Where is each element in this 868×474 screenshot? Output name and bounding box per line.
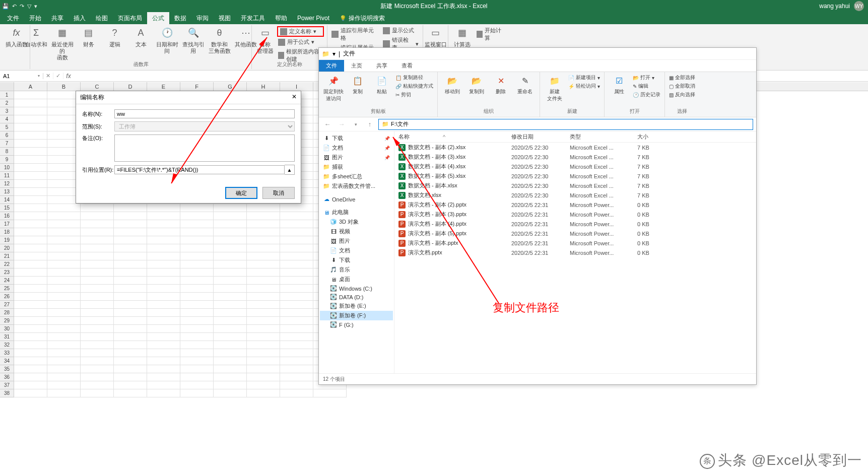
undo-icon[interactable]: ↶	[12, 3, 17, 10]
cell[interactable]	[280, 357, 313, 365]
row-header[interactable]: 11	[0, 172, 14, 180]
cell[interactable]	[47, 325, 81, 333]
cell[interactable]	[47, 285, 81, 293]
cell[interactable]	[14, 389, 47, 397]
cell[interactable]	[180, 285, 214, 293]
list-item[interactable]: X数据文档 - 副本.xlsx2020/2/5 22:30Microsoft E…	[394, 181, 756, 190]
cell[interactable]	[47, 317, 81, 325]
row-header[interactable]: 25	[0, 285, 14, 293]
cell[interactable]	[14, 180, 47, 188]
row-header[interactable]: 26	[0, 293, 14, 301]
cell[interactable]	[180, 381, 214, 389]
cell[interactable]	[280, 228, 313, 236]
cell[interactable]	[47, 373, 81, 381]
cell[interactable]	[280, 333, 313, 341]
row-header[interactable]: 7	[0, 140, 14, 148]
cell[interactable]	[14, 188, 47, 196]
cell[interactable]	[14, 123, 47, 131]
cell[interactable]	[47, 212, 81, 220]
recent-icon[interactable]: ▾	[350, 119, 361, 130]
text-button[interactable]: A文本	[129, 26, 153, 48]
cell[interactable]	[14, 228, 47, 236]
cell[interactable]	[81, 252, 114, 260]
cell[interactable]	[180, 325, 214, 333]
tab-公式[interactable]: 公式	[147, 12, 169, 25]
cell[interactable]	[214, 277, 247, 285]
financial-button[interactable]: ▤财务	[77, 26, 101, 48]
cell[interactable]	[247, 268, 280, 277]
cell[interactable]	[114, 389, 147, 397]
cell[interactable]	[81, 268, 114, 277]
cell[interactable]	[280, 309, 313, 317]
cell[interactable]	[81, 293, 114, 301]
cell[interactable]	[14, 252, 47, 260]
easy-access-button[interactable]: ⚡轻松访问 ▾	[568, 83, 600, 90]
cell[interactable]	[247, 220, 280, 228]
cell[interactable]	[114, 381, 147, 389]
list-item[interactable]: P演示文档 - 副本.pptx2020/2/5 22:31Microsoft P…	[394, 238, 756, 248]
enter-formula-icon[interactable]: ✓	[53, 73, 63, 79]
cell[interactable]	[247, 277, 280, 285]
cut-button[interactable]: ✂剪切	[395, 91, 433, 98]
copy-button[interactable]: 📋复制	[347, 74, 368, 95]
paste-button[interactable]: 📄粘贴	[371, 74, 392, 95]
col-header-A[interactable]: A	[14, 82, 47, 91]
cell[interactable]	[214, 301, 247, 309]
cell[interactable]	[214, 285, 247, 293]
row-header[interactable]: 27	[0, 301, 14, 309]
cell[interactable]	[247, 293, 280, 301]
cell[interactable]	[114, 268, 147, 277]
cell[interactable]	[47, 389, 81, 397]
cell[interactable]	[280, 365, 313, 373]
cell[interactable]	[247, 341, 280, 349]
cell[interactable]	[47, 333, 81, 341]
cell[interactable]	[81, 212, 114, 220]
cell[interactable]	[81, 349, 114, 357]
cell[interactable]	[47, 252, 81, 260]
col-header-D[interactable]: D	[114, 82, 147, 91]
cell[interactable]	[14, 325, 47, 333]
cell[interactable]	[280, 260, 313, 268]
cell[interactable]	[81, 325, 114, 333]
cell[interactable]	[180, 252, 214, 260]
row-header[interactable]: 13	[0, 188, 14, 196]
tell-me-search[interactable]: 操作说明搜索	[340, 14, 385, 23]
cell[interactable]	[114, 373, 147, 381]
row-header[interactable]: 9	[0, 156, 14, 164]
cell[interactable]	[81, 317, 114, 325]
cell[interactable]	[247, 260, 280, 268]
tab-绘图[interactable]: 绘图	[91, 12, 113, 25]
cell[interactable]	[81, 389, 114, 397]
cell[interactable]	[14, 293, 47, 301]
cell[interactable]	[81, 357, 114, 365]
row-header[interactable]: 22	[0, 260, 14, 268]
col-header-E[interactable]: E	[147, 82, 180, 91]
cell[interactable]	[14, 268, 47, 277]
explorer-tab-查看[interactable]: 查看	[394, 60, 420, 72]
cell[interactable]	[14, 99, 47, 107]
row-header[interactable]: 38	[0, 389, 14, 397]
watch-window-button[interactable]: ▭监视窗口	[424, 26, 448, 48]
tree-item[interactable]: 💽新加卷 (F:)	[320, 311, 393, 320]
cell[interactable]	[147, 325, 180, 333]
invert-selection-button[interactable]: ▨反向选择	[669, 91, 695, 98]
cell[interactable]	[81, 236, 114, 244]
properties-button[interactable]: ☑属性	[609, 74, 630, 95]
cell[interactable]	[114, 244, 147, 252]
cell[interactable]	[114, 293, 147, 301]
tab-页面布局[interactable]: 页面布局	[113, 12, 147, 25]
name-box[interactable]: A1	[0, 73, 43, 79]
row-header[interactable]: 6	[0, 131, 14, 140]
row-header[interactable]: 34	[0, 357, 14, 365]
cell[interactable]	[14, 107, 47, 115]
math-button[interactable]: θ数学和 三角函数	[208, 26, 232, 54]
row-header[interactable]: 35	[0, 365, 14, 373]
cell[interactable]	[247, 244, 280, 252]
cell[interactable]	[14, 164, 47, 172]
cell[interactable]	[114, 365, 147, 373]
col-header-C[interactable]: C	[81, 82, 114, 91]
cell[interactable]	[214, 228, 247, 236]
cell[interactable]	[114, 228, 147, 236]
cell[interactable]	[14, 357, 47, 365]
calc-now-button[interactable]: 开始计算	[476, 26, 506, 42]
